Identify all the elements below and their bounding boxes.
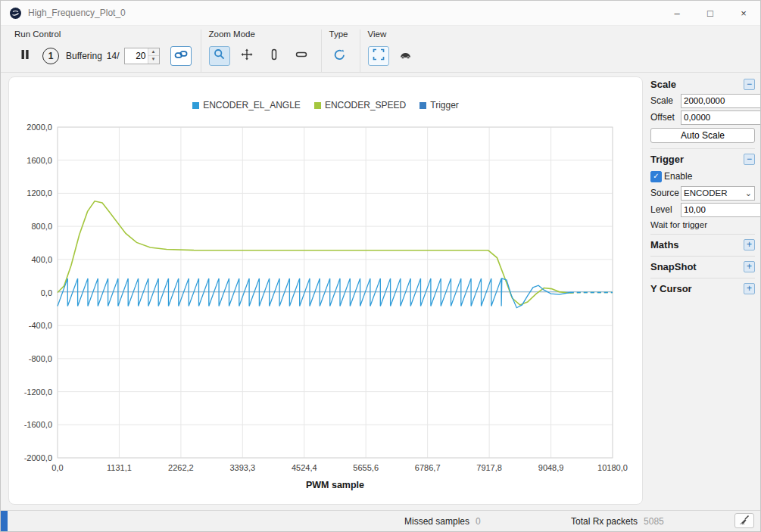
zoom-mode-label: Zoom Mode bbox=[209, 30, 312, 39]
expand-maths-button[interactable]: + bbox=[744, 239, 755, 250]
statusbar: Missed samples 0 Total Rx packets 5085 bbox=[1, 510, 760, 531]
horizontal-zoom-icon bbox=[295, 48, 307, 63]
link-button[interactable] bbox=[170, 46, 192, 66]
view-label: View bbox=[368, 30, 416, 39]
plot-type-button[interactable] bbox=[329, 46, 351, 66]
enable-checkbox[interactable]: ✓ bbox=[650, 171, 662, 182]
svg-text:2000,0: 2000,0 bbox=[27, 123, 52, 132]
maths-section-header: Maths + bbox=[650, 234, 755, 254]
svg-text:0,0: 0,0 bbox=[41, 288, 52, 297]
titlebar: High_Frequency_Plot_0 – □ × bbox=[1, 1, 760, 26]
enable-label: Enable bbox=[664, 171, 692, 182]
svg-text:800,0: 800,0 bbox=[31, 222, 52, 231]
rx-packets: Total Rx packets 5085 bbox=[571, 511, 664, 531]
refresh-icon bbox=[333, 48, 346, 64]
pause-button[interactable] bbox=[14, 46, 36, 66]
magnifier-icon bbox=[214, 48, 226, 63]
svg-text:1600,0: 1600,0 bbox=[27, 156, 52, 165]
zoom-vertical-button[interactable] bbox=[264, 46, 285, 66]
legend-item-encoder-speed[interactable]: ENCODER_SPEED bbox=[314, 100, 406, 110]
maths-section-title: Maths bbox=[650, 239, 679, 250]
missed-samples-label: Missed samples bbox=[404, 516, 469, 527]
svg-text:0,0: 0,0 bbox=[51, 463, 63, 472]
legend-item-trigger[interactable]: Trigger bbox=[419, 100, 459, 110]
svg-text:PWM sample: PWM sample bbox=[306, 480, 364, 490]
rx-packets-label: Total Rx packets bbox=[571, 516, 638, 527]
broom-icon bbox=[739, 515, 750, 527]
maximize-button[interactable]: □ bbox=[694, 1, 727, 25]
trigger-source-row: Source ENCODER ⌄ bbox=[650, 185, 755, 201]
buffering-spinbox: ▲ ▼ bbox=[124, 48, 160, 64]
svg-text:-2000,0: -2000,0 bbox=[24, 453, 52, 462]
spin-down-icon[interactable]: ▼ bbox=[148, 55, 159, 64]
snapshot-section-header: SnapShot + bbox=[650, 256, 755, 275]
collapse-scale-button[interactable]: − bbox=[744, 79, 755, 90]
offset-field-label: Offset bbox=[650, 112, 678, 123]
source-select[interactable]: ENCODER ⌄ bbox=[681, 186, 755, 201]
svg-text:-1600,0: -1600,0 bbox=[24, 420, 52, 429]
pause-icon bbox=[20, 49, 30, 62]
zoom-both-button[interactable] bbox=[209, 46, 230, 66]
settings-sidebar: Scale − Scale ▲ ▼ Offset ▲ ▼ Au bbox=[650, 76, 755, 297]
single-shot-button[interactable]: 1 bbox=[40, 46, 61, 66]
legend-label: ENCODER_EL_ANGLE bbox=[203, 100, 301, 110]
svg-text:1200,0: 1200,0 bbox=[27, 188, 52, 198]
svg-text:10180,0: 10180,0 bbox=[597, 463, 628, 472]
car-view-button[interactable] bbox=[395, 46, 416, 66]
chevron-down-icon: ⌄ bbox=[745, 188, 752, 198]
expand-ycursor-button[interactable]: + bbox=[744, 283, 755, 294]
type-group: Type bbox=[322, 30, 360, 72]
offset-field: ▲ ▼ bbox=[681, 110, 761, 125]
legend-label: ENCODER_SPEED bbox=[325, 100, 406, 110]
svg-text:-400,0: -400,0 bbox=[29, 321, 52, 330]
snapshot-section-title: SnapShot bbox=[650, 261, 697, 272]
clear-button[interactable] bbox=[734, 513, 754, 528]
legend-swatch bbox=[192, 102, 199, 109]
scale-field: ▲ ▼ bbox=[681, 94, 761, 108]
pan-button[interactable] bbox=[236, 46, 257, 66]
vertical-zoom-icon bbox=[268, 48, 280, 63]
status-accent bbox=[1, 511, 8, 531]
close-button[interactable]: × bbox=[727, 1, 760, 25]
scale-section-header: Scale − bbox=[650, 76, 755, 92]
svg-text:3393,3: 3393,3 bbox=[229, 463, 255, 472]
expand-snapshot-button[interactable]: + bbox=[744, 261, 755, 272]
car-icon bbox=[399, 49, 412, 63]
svg-text:4524,4: 4524,4 bbox=[292, 463, 317, 472]
scale-input[interactable] bbox=[681, 95, 761, 107]
svg-text:400,0: 400,0 bbox=[31, 255, 52, 264]
run-control-label: Run Control bbox=[14, 30, 192, 39]
level-input[interactable] bbox=[681, 204, 761, 216]
chart-legend: ENCODER_EL_ANGLE ENCODER_SPEED Trigger bbox=[11, 97, 640, 114]
spin-up-icon[interactable]: ▲ bbox=[148, 48, 159, 56]
svg-text:9048,9: 9048,9 bbox=[538, 463, 564, 472]
buffering-input[interactable] bbox=[125, 48, 148, 64]
run-control-group: Run Control 1 Buffering 14/ ▲ ▼ bbox=[7, 30, 201, 72]
auto-scale-button[interactable]: Auto Scale bbox=[650, 128, 755, 143]
offset-value-row: Offset ▲ ▼ bbox=[650, 109, 755, 126]
legend-item-encoder-el-angle[interactable]: ENCODER_EL_ANGLE bbox=[192, 100, 301, 110]
minimize-button[interactable]: – bbox=[660, 1, 694, 25]
chart-canvas[interactable]: 2000,01600,01200,0800,0400,00,0-400,0-80… bbox=[11, 117, 640, 497]
fit-screen-icon bbox=[373, 48, 385, 63]
trigger-enable-row: ✓ Enable bbox=[650, 168, 755, 185]
missed-samples-value: 0 bbox=[476, 516, 481, 527]
type-label: Type bbox=[329, 30, 351, 39]
single-shot-icon: 1 bbox=[42, 48, 59, 64]
offset-input[interactable] bbox=[681, 111, 761, 124]
svg-text:-1200,0: -1200,0 bbox=[24, 387, 52, 397]
svg-text:7917,8: 7917,8 bbox=[476, 463, 502, 472]
trigger-status-text: Wait for trigger bbox=[650, 218, 755, 232]
scale-section-title: Scale bbox=[650, 79, 676, 90]
zoom-horizontal-button[interactable] bbox=[291, 46, 312, 66]
toolbar: Run Control 1 Buffering 14/ ▲ ▼ bbox=[1, 26, 760, 73]
level-field: ▲ ▼ bbox=[681, 203, 761, 217]
svg-text:5655,6: 5655,6 bbox=[353, 463, 379, 472]
window-controls: – □ × bbox=[660, 1, 760, 25]
fit-view-button[interactable] bbox=[368, 46, 389, 66]
collapse-trigger-button[interactable]: − bbox=[744, 154, 755, 165]
ycursor-section-title: Y Cursor bbox=[650, 283, 692, 294]
svg-text:-800,0: -800,0 bbox=[29, 354, 52, 363]
scale-field-label: Scale bbox=[650, 95, 678, 106]
legend-swatch bbox=[419, 102, 426, 109]
